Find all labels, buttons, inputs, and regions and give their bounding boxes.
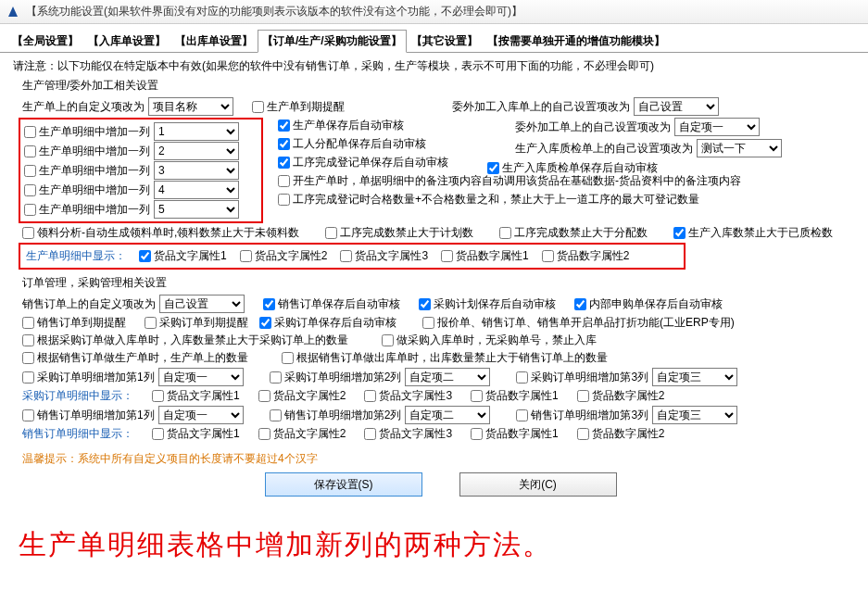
ck-po-attr-n2[interactable]: 货品数字属性2 <box>577 388 665 404</box>
ck-prod-attr-t1[interactable]: 货品文字属性1 <box>139 248 227 264</box>
tab-global[interactable]: 【全局设置】 <box>7 30 83 53</box>
so-custom-label: 销售订单上的自定义项改为 <box>22 296 156 312</box>
ck-stockin-qc[interactable]: 生产入库数禁止大于已质检数 <box>673 225 833 241</box>
ck-plan-save-audit[interactable]: 采购计划保存后自动审核 <box>419 296 556 312</box>
ck-prod-attr-n2[interactable]: 货品数字属性2 <box>542 248 630 264</box>
ck-prod-attr-n1[interactable]: 货品数字属性1 <box>441 248 529 264</box>
ck-so-to-prod-qty[interactable]: 根据销售订单做生产单时，生产单上的数量 <box>22 350 248 366</box>
ck-add-col-2[interactable]: 生产单明细中增加一列 <box>24 144 150 159</box>
ww-label: 委外加工单上的自己设置项改为 <box>515 119 671 135</box>
so-custom-select[interactable]: 自己设置 <box>159 295 245 313</box>
ck-worker-save-audit[interactable]: 工人分配单保存后自动审核 <box>278 136 426 152</box>
ck-internal-save-audit[interactable]: 内部申购单保存后自动审核 <box>574 296 723 312</box>
ck-so-attr-n2[interactable]: 货品数字属性2 <box>577 426 665 442</box>
ck-so-expire[interactable]: 销售订单到期提醒 <box>22 315 126 331</box>
sel-add-col-1[interactable]: 1 <box>154 122 239 141</box>
ck-ws-plan[interactable]: 工序完成数禁止大于计划数 <box>325 225 473 241</box>
ck-qc-save-audit[interactable]: 生产入库质检单保存后自动审核 <box>487 160 658 176</box>
warm-tip: 温馨提示：系统中所有自定义项目的长度请不要超过4个汉字 <box>22 451 859 467</box>
ck-po-addcol1[interactable]: 采购订单明细增加第1列 <box>22 370 155 385</box>
ck-quote-discount[interactable]: 报价单、销售订单、销售单开启单品打折功能(工业ERP专用) <box>422 315 735 331</box>
ck-so-attr-t3[interactable]: 货品文字属性3 <box>364 426 452 442</box>
ck-so-addcol3[interactable]: 销售订单明细增加第3列 <box>516 408 648 423</box>
ck-po-save-audit[interactable]: 采购订单保存后自动审核 <box>259 315 396 331</box>
redbox-detail-show: 生产单明细中显示： 货品文字属性1 货品文字属性2 货品文字属性3 货品数字属性… <box>19 243 686 270</box>
sel-so-addcol2[interactable]: 自定项二 <box>405 406 490 424</box>
tab-content: 请注意：以下功能仅在特定版本中有效(如果您的软件中没有销售订单，采购，生产等模块… <box>0 53 868 513</box>
button-bar: 保存设置(S) 关闭(C) <box>22 472 859 497</box>
ck-po-addcol3[interactable]: 采购订单明细增加第3列 <box>516 370 648 385</box>
annotation-caption: 生产单明细表格中增加新列的两种方法。 <box>0 513 868 581</box>
ww-select[interactable]: 自定项一 <box>674 118 760 136</box>
section-production: 生产管理/委外加工相关设置 <box>22 78 859 94</box>
qc-in-label: 生产入库质检单上的自己设置项改为 <box>515 141 693 157</box>
ck-add-col-1[interactable]: 生产单明细中增加一列 <box>24 124 150 140</box>
ck-ll-analyze[interactable]: 领料分析-自动生成领料单时,领料数禁止大于未领料数 <box>22 225 299 241</box>
ck-ws-done-save-audit[interactable]: 工序完成登记单保存后自动审核 <box>278 155 448 170</box>
sel-po-addcol3[interactable]: 自定项三 <box>652 368 737 386</box>
qc-in-select[interactable]: 测试一下 <box>697 139 782 157</box>
ww-in-label: 委外加工入库单上的自己设置项改为 <box>452 99 630 115</box>
ck-po-attr-n1[interactable]: 货品数字属性1 <box>471 388 559 404</box>
window-titlebar: 【系统功能设置(如果软件界面没有对应的功能项则表示该版本的软件没有这个功能，不必… <box>0 0 868 24</box>
ck-ws-qty-sum[interactable]: 工序完成登记时合格数量+不合格数量之和，禁止大于上一道工序的最大可登记数量 <box>278 192 699 207</box>
ck-po-attr-t3[interactable]: 货品文字属性3 <box>364 388 452 404</box>
ck-po-attr-t2[interactable]: 货品文字属性2 <box>258 388 346 404</box>
ck-po-attr-t1[interactable]: 货品文字属性1 <box>152 388 240 404</box>
sel-add-col-3[interactable]: 3 <box>154 161 239 180</box>
ck-prod-expire[interactable]: 生产单到期提醒 <box>252 99 345 115</box>
redbox-add-columns: 生产单明细中增加一列 1 生产单明细中增加一列 2 生产单明细中增加一列 3 生… <box>19 118 263 223</box>
svg-marker-0 <box>8 6 18 17</box>
ck-ws-dist[interactable]: 工序完成数禁止大于分配数 <box>499 225 648 241</box>
ck-add-col-4[interactable]: 生产单明细中增加一列 <box>24 182 150 198</box>
prod-detail-show-label: 生产单明细中显示： <box>26 248 126 264</box>
tab-addons[interactable]: 【按需要单独开通的增值功能模块】 <box>483 30 670 53</box>
ck-so-addcol2[interactable]: 销售订单明细增加第2列 <box>270 408 402 423</box>
ck-prod-attr-t3[interactable]: 货品文字属性3 <box>340 248 428 264</box>
close-button[interactable]: 关闭(C) <box>459 472 617 497</box>
prod-custom-col-label: 生产单上的自定义项改为 <box>22 99 145 115</box>
ck-po-expire[interactable]: 采购订单到期提醒 <box>145 315 248 331</box>
ck-prod-save-audit[interactable]: 生产单保存后自动审核 <box>278 118 404 133</box>
po-detail-show-label: 采购订单明细中显示： <box>22 388 133 404</box>
save-button[interactable]: 保存设置(S) <box>265 472 422 497</box>
tab-other[interactable]: 【其它设置】 <box>407 30 483 53</box>
ck-add-col-3[interactable]: 生产单明细中增加一列 <box>24 163 150 179</box>
sel-po-addcol2[interactable]: 自定项二 <box>405 368 490 386</box>
ck-po-in-noref[interactable]: 做采购入库单时，无采购单号，禁止入库 <box>382 333 597 348</box>
tab-stockin[interactable]: 【入库单设置】 <box>83 30 170 53</box>
ck-add-col-5[interactable]: 生产单明细中增加一列 <box>24 202 150 218</box>
tab-stockout[interactable]: 【出库单设置】 <box>170 30 258 53</box>
sel-po-addcol1[interactable]: 自定项一 <box>158 368 244 386</box>
sel-add-col-2[interactable]: 2 <box>154 142 239 160</box>
app-icon <box>6 5 20 19</box>
ck-so-addcol1[interactable]: 销售订单明细增加第1列 <box>22 408 155 423</box>
prod-custom-col-select[interactable]: 项目名称 <box>148 97 233 116</box>
so-detail-show-label: 销售订单明细中显示： <box>22 426 133 442</box>
sel-so-addcol1[interactable]: 自定项一 <box>158 406 244 424</box>
tab-bar: 【全局设置】 【入库单设置】 【出库单设置】 【订单/生产/采购功能设置】 【其… <box>0 24 868 53</box>
ww-in-select[interactable]: 自己设置 <box>634 97 719 116</box>
tab-order-prod-purchase[interactable]: 【订单/生产/采购功能设置】 <box>258 30 407 53</box>
ck-so-to-out-qty[interactable]: 根据销售订单做出库单时，出库数量禁止大于销售订单上的数量 <box>282 350 608 366</box>
section-order: 订单管理，采购管理相关设置 <box>22 275 859 291</box>
notice-text: 请注意：以下功能仅在特定版本中有效(如果您的软件中没有销售订单，采购，生产等模块… <box>13 58 859 74</box>
ck-po-to-in-qty[interactable]: 根据采购订单做入库单时，入库数量禁止大于采购订单上的数量 <box>22 333 348 348</box>
sel-add-col-4[interactable]: 4 <box>154 181 239 199</box>
ck-po-addcol2[interactable]: 采购订单明细增加第2列 <box>270 370 402 385</box>
sel-add-col-5[interactable]: 5 <box>154 200 239 219</box>
ck-so-save-audit[interactable]: 销售订单保存后自动审核 <box>263 296 400 312</box>
sel-so-addcol3[interactable]: 自定项三 <box>652 406 737 424</box>
ck-so-attr-n1[interactable]: 货品数字属性1 <box>471 426 559 442</box>
ck-so-attr-t1[interactable]: 货品文字属性1 <box>152 426 240 442</box>
ck-so-attr-t2[interactable]: 货品文字属性2 <box>258 426 346 442</box>
window-title: 【系统功能设置(如果软件界面没有对应的功能项则表示该版本的软件没有这个功能，不必… <box>26 4 522 19</box>
ck-prod-attr-t2[interactable]: 货品文字属性2 <box>240 248 328 264</box>
